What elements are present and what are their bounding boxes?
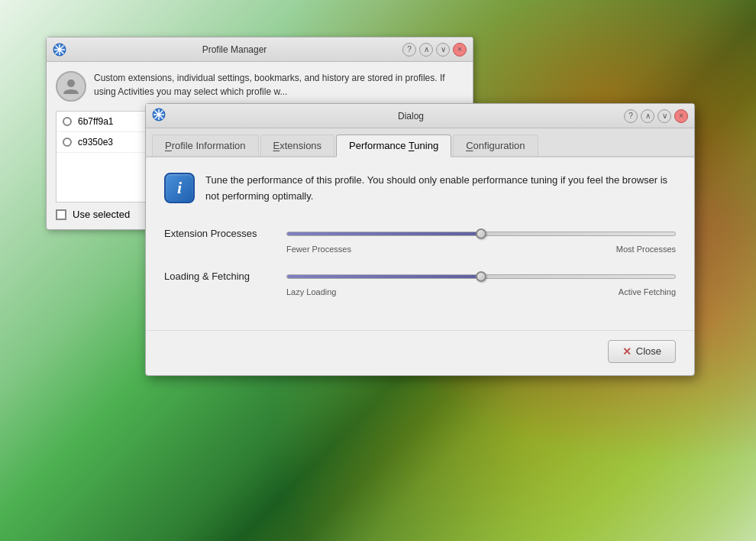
dialog-maximize-button[interactable]: ∨ <box>657 109 671 123</box>
use-selected-label: Use selected <box>73 209 130 220</box>
close-x-icon: ✕ <box>622 345 632 358</box>
loading-fetching-thumb[interactable] <box>476 271 486 282</box>
tab-profile-information[interactable]: Profile Information <box>152 134 259 156</box>
extension-processes-label: Extension Processes <box>164 228 286 239</box>
dialog-titlebar-spacer <box>152 108 198 124</box>
loading-fetching-right-label: Active Fetching <box>619 287 676 296</box>
pm-minimize-button[interactable]: ∧ <box>419 43 433 57</box>
tab-performance-suffix: uning <box>414 140 438 151</box>
dialog-title-controls: ? ∧ ∨ × <box>624 109 688 123</box>
loading-fetching-row: Loading & Fetching <box>164 269 676 284</box>
tab-extensions[interactable]: Extensions <box>260 134 335 156</box>
tab-extensions-underline: E <box>273 140 280 151</box>
loading-fetching-label: Loading & Fetching <box>164 270 286 282</box>
pm-maximize-button[interactable]: ∨ <box>436 43 450 57</box>
dialog-titlebar: Dialog ? ∧ ∨ × <box>146 104 694 128</box>
use-selected-checkbox[interactable] <box>56 209 66 220</box>
tab-profile-information-label: rofile Information <box>172 140 246 151</box>
loading-fetching-fill <box>287 275 481 278</box>
dialog-app-icon <box>152 108 166 121</box>
pm-title-controls: ? ∧ ∨ × <box>402 43 467 57</box>
extension-processes-thumb[interactable] <box>476 228 486 239</box>
pm-description: Custom extensions, individual settings, … <box>56 71 464 102</box>
loading-fetching-left-label: Lazy Loading <box>286 287 336 296</box>
loading-fetching-track <box>286 274 676 279</box>
profile-radio-1[interactable] <box>63 117 72 126</box>
svg-point-15 <box>157 113 160 116</box>
extension-processes-slider-container[interactable] <box>286 226 676 241</box>
extension-processes-fill <box>287 232 481 235</box>
close-button-label: Close <box>636 345 661 357</box>
extension-processes-row: Extension Processes <box>164 226 676 241</box>
info-section: i Tune the performance of this profile. … <box>164 173 676 205</box>
dialog-help-button[interactable]: ? <box>624 109 638 123</box>
extension-processes-labels: Fewer Processes Most Processes <box>164 245 676 254</box>
extension-processes-track <box>286 232 676 236</box>
extension-processes-left-label: Fewer Processes <box>286 245 351 254</box>
sliders-section: Extension Processes Fewer Processes Most… <box>164 226 676 296</box>
pm-description-text: Custom extensions, individual settings, … <box>94 71 464 102</box>
tab-configuration-label: onfiguration <box>473 140 525 151</box>
dialog-footer: ✕ Close <box>146 330 694 375</box>
profile-label-2: c9350e3 <box>78 137 113 147</box>
tab-performance-tuning[interactable]: Performance Tuning <box>336 134 451 157</box>
info-icon-container: i <box>164 173 195 203</box>
pm-close-button[interactable]: × <box>453 43 467 57</box>
dialog-window: Dialog ? ∧ ∨ × Profile Information Exten… <box>145 103 695 376</box>
dialog-close-button[interactable]: × <box>674 109 688 123</box>
info-icon: i <box>164 173 195 203</box>
profile-radio-2[interactable] <box>63 138 72 147</box>
dialog-title: Dialog <box>198 111 624 121</box>
info-description-text: Tune the performance of this profile. Yo… <box>205 173 676 205</box>
dialog-content: i Tune the performance of this profile. … <box>146 157 694 330</box>
tab-configuration[interactable]: Configuration <box>453 134 538 156</box>
svg-point-6 <box>67 79 75 87</box>
pm-avatar <box>56 71 86 102</box>
tab-bar: Profile Information Extensions Performan… <box>146 128 694 157</box>
dialog-minimize-button[interactable]: ∧ <box>641 109 654 123</box>
pm-help-button[interactable]: ? <box>402 43 416 57</box>
profile-label-1: 6b7ff9a1 <box>78 116 114 127</box>
tab-performance-prefix: Performance <box>349 140 409 151</box>
tab-configuration-underline: C <box>466 140 473 151</box>
pm-avatar-icon <box>60 76 82 97</box>
loading-fetching-slider-container[interactable] <box>286 269 676 284</box>
profile-manager-app-icon <box>53 43 66 57</box>
svg-point-5 <box>58 48 61 51</box>
profile-manager-titlebar: Profile Manager ? ∧ ∨ × <box>47 37 473 62</box>
tab-profile-information-underline: P <box>165 140 172 151</box>
dialog-close-action-button[interactable]: ✕ Close <box>608 340 676 363</box>
pm-title-left <box>53 43 66 57</box>
profile-manager-title: Profile Manager <box>66 44 402 55</box>
extension-processes-right-label: Most Processes <box>616 245 676 254</box>
tab-extensions-label: xtensions <box>279 140 321 151</box>
loading-fetching-labels: Lazy Loading Active Fetching <box>164 287 676 296</box>
